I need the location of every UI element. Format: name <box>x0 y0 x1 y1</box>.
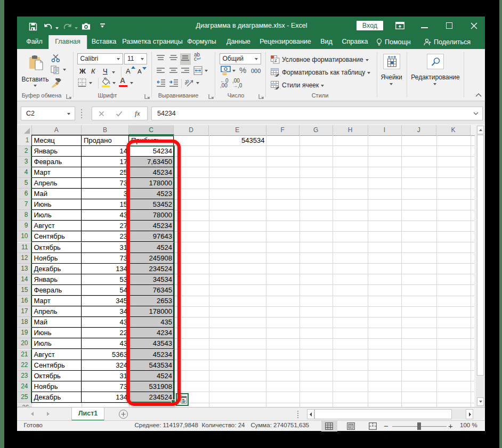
row-header-22[interactable]: 22 <box>18 360 32 371</box>
font-dialog-launcher-icon[interactable] <box>144 94 150 99</box>
view-page-break-icon[interactable] <box>369 422 377 430</box>
align-middle-icon[interactable] <box>169 55 177 62</box>
underline-button[interactable]: Ч <box>103 67 108 75</box>
zoom-in-button[interactable]: + <box>448 421 453 430</box>
select-all-corner[interactable] <box>18 125 32 135</box>
alignment-dialog-launcher-icon[interactable] <box>208 94 214 99</box>
row-header-7[interactable]: 7 <box>18 199 32 210</box>
row-header-3[interactable]: 3 <box>18 157 32 167</box>
cut-icon[interactable] <box>51 54 60 62</box>
row-header-10[interactable]: 10 <box>18 231 32 242</box>
ribbon-display-options-icon[interactable] <box>395 22 404 29</box>
row-header-11[interactable]: 11 <box>18 242 32 253</box>
zoom-level[interactable]: 100 % <box>460 422 477 428</box>
collapse-ribbon-icon[interactable] <box>475 93 482 97</box>
cell-styles-button[interactable]: Стили ячеек <box>271 80 324 90</box>
column-header-K[interactable]: K <box>436 125 471 135</box>
row-header-1[interactable]: 1 <box>18 135 32 146</box>
cells-button[interactable] <box>383 54 400 69</box>
ribbon-tab-other-5[interactable]: Данные <box>222 35 255 49</box>
orientation-icon[interactable]: ab <box>185 78 194 87</box>
column-header-B[interactable]: B <box>82 125 129 135</box>
save-icon[interactable] <box>29 22 37 31</box>
number-format-combo[interactable]: Общий <box>220 53 261 64</box>
horizontal-scrollbar-thumb[interactable] <box>314 409 452 419</box>
cells-label[interactable]: Ячейки <box>380 74 402 81</box>
conditional-formatting-button[interactable]: ≠ Условное форматирование <box>271 55 369 64</box>
column-header-E[interactable]: E <box>209 125 266 135</box>
vertical-scrollbar-thumb[interactable] <box>477 135 484 376</box>
row-header-6[interactable]: 6 <box>18 189 32 199</box>
format-painter-icon[interactable] <box>51 78 61 88</box>
close-button[interactable] <box>461 17 485 35</box>
row-header-25[interactable]: 25 <box>18 392 32 403</box>
editing-label[interactable]: Редактирование <box>411 74 459 81</box>
italic-button[interactable]: К <box>91 67 95 75</box>
row-header-23[interactable]: 23 <box>18 371 32 381</box>
align-center-icon[interactable] <box>169 67 177 74</box>
hscroll-left-button[interactable] <box>307 409 314 419</box>
row-header-9[interactable]: 9 <box>18 221 32 231</box>
column-header-G[interactable]: G <box>299 125 333 135</box>
row-header-17[interactable]: 17 <box>18 306 32 317</box>
paste-dropdown-icon[interactable] <box>34 85 37 87</box>
sheet-next-icon[interactable] <box>47 412 50 416</box>
view-page-layout-icon[interactable] <box>347 422 355 430</box>
qat-customize-icon[interactable] <box>100 23 105 25</box>
row-header-5[interactable]: 5 <box>18 178 32 189</box>
comma-style-icon[interactable]: 000 <box>251 68 261 74</box>
align-right-icon[interactable] <box>181 67 189 74</box>
paste-icon[interactable] <box>28 55 45 71</box>
row-header-20[interactable]: 20 <box>18 338 32 349</box>
cell-E1[interactable]: 543534 <box>209 135 266 146</box>
ribbon-tab-home[interactable]: Главная <box>48 35 87 49</box>
formula-input[interactable]: 54234 <box>151 107 483 120</box>
row-header-4[interactable]: 4 <box>18 167 32 178</box>
row-header-21[interactable]: 21 <box>18 349 32 360</box>
bold-button[interactable]: Ж <box>79 67 86 75</box>
zoom-out-button[interactable]: − <box>384 421 388 430</box>
merge-center-icon[interactable] <box>193 66 203 75</box>
underline-dropdown-icon[interactable] <box>112 71 115 74</box>
scroll-up-button[interactable] <box>477 126 484 134</box>
increase-indent-icon[interactable] <box>169 79 178 87</box>
new-sheet-button[interactable] <box>119 410 128 419</box>
borders-dropdown-icon[interactable] <box>89 82 92 84</box>
merge-dropdown-icon[interactable] <box>205 70 208 72</box>
insert-function-icon[interactable]: fx <box>135 109 140 118</box>
row-header-19[interactable]: 19 <box>18 328 32 338</box>
row-header-8[interactable]: 8 <box>18 210 32 221</box>
minimize-button[interactable] <box>412 17 436 35</box>
borders-icon[interactable] <box>78 78 86 87</box>
hscroll-right-button[interactable] <box>466 409 473 419</box>
font-color-dropdown-icon[interactable] <box>130 82 133 84</box>
accounting-format-icon[interactable] <box>221 66 231 76</box>
maximize-button[interactable] <box>438 17 461 35</box>
row-header-18[interactable]: 18 <box>18 317 32 328</box>
ribbon-tab-other-6[interactable]: Рецензирование <box>255 35 315 49</box>
cells-dropdown-icon[interactable] <box>390 83 393 85</box>
sheet-prev-icon[interactable] <box>31 412 34 416</box>
sign-in-button[interactable]: Вход <box>357 21 383 30</box>
increase-font-icon[interactable]: A <box>126 67 131 75</box>
row-header-24[interactable]: 24 <box>18 381 32 392</box>
column-header-H[interactable]: H <box>333 125 368 135</box>
row-header-14[interactable]: 14 <box>18 274 32 285</box>
sheet-tab[interactable]: Лист1 <box>71 408 104 421</box>
column-header-J[interactable]: J <box>402 125 437 135</box>
row-header-16[interactable]: 16 <box>18 296 32 306</box>
font-color-icon[interactable]: А <box>119 77 128 87</box>
tab-helper[interactable]: Помощн <box>376 35 411 49</box>
share-button[interactable]: Поделиться <box>424 35 471 49</box>
align-bottom-icon[interactable] <box>181 55 189 62</box>
scroll-down-button[interactable] <box>477 397 484 406</box>
ribbon-tab-other-7[interactable]: Вид <box>316 35 337 49</box>
decrease-font-icon[interactable]: A <box>137 68 142 75</box>
editing-button[interactable] <box>427 54 444 69</box>
fill-color-icon[interactable] <box>101 77 111 87</box>
row-header-12[interactable]: 12 <box>18 253 32 264</box>
column-header-C[interactable]: C <box>129 125 174 135</box>
view-normal-icon[interactable] <box>325 422 333 430</box>
increase-decimal-icon[interactable]: ←0,00 <box>220 78 229 88</box>
align-left-icon[interactable] <box>157 67 165 74</box>
